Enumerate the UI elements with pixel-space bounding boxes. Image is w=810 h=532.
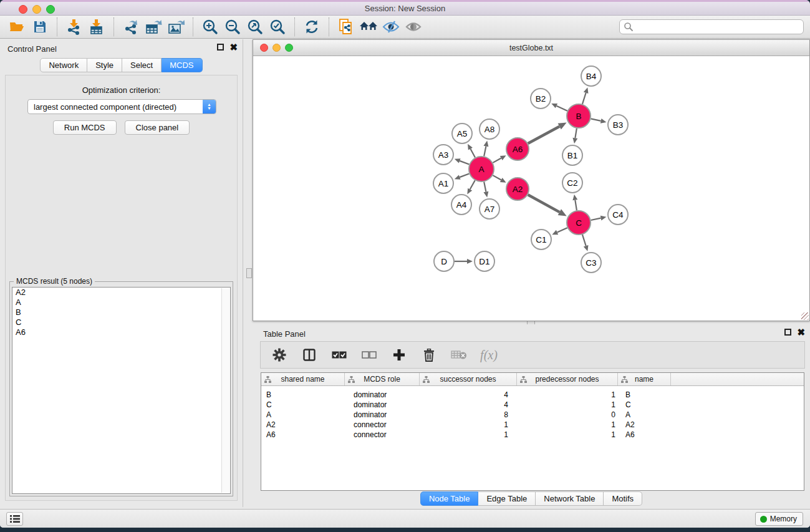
column-header-shared-name[interactable]: shared name bbox=[261, 373, 345, 385]
tab-edge-table[interactable]: Edge Table bbox=[478, 491, 536, 506]
graph-edge-B-B4[interactable] bbox=[582, 93, 586, 104]
graph-node-A1[interactable]: A1 bbox=[433, 173, 453, 193]
graph-node-A[interactable]: A bbox=[469, 157, 494, 181]
float-table-panel-icon[interactable] bbox=[784, 329, 791, 336]
mcds-result-item[interactable]: A2 bbox=[12, 288, 230, 297]
graph-node-A5[interactable]: A5 bbox=[452, 123, 472, 143]
optimization-select[interactable]: largest connected component (directed) ▲… bbox=[27, 99, 216, 114]
table-cell[interactable]: dominator bbox=[345, 410, 420, 420]
column-header-predecessor-nodes[interactable]: predecessor nodes bbox=[517, 373, 618, 385]
split-pane-icon[interactable] bbox=[301, 345, 318, 365]
table-cell[interactable]: 8 bbox=[420, 410, 517, 420]
table-cell[interactable]: 0 bbox=[517, 410, 618, 420]
save-icon[interactable] bbox=[29, 17, 51, 37]
table-cell[interactable]: 1 bbox=[517, 400, 618, 410]
graph-edge-A-A8[interactable] bbox=[484, 146, 486, 156]
frame-zoom-button[interactable] bbox=[285, 44, 293, 52]
task-history-button[interactable] bbox=[6, 512, 23, 526]
tab-mcds[interactable]: MCDS bbox=[162, 58, 202, 72]
mcds-result-item[interactable]: B bbox=[12, 307, 230, 317]
graph-node-A4[interactable]: A4 bbox=[451, 195, 471, 215]
table-cell[interactable]: 1 bbox=[420, 420, 517, 430]
table-row[interactable]: Bdominator41B bbox=[261, 390, 804, 400]
graph-node-A8[interactable]: A8 bbox=[480, 119, 499, 139]
graph-node-B[interactable]: B bbox=[567, 104, 591, 128]
table-row[interactable]: A2connector11A2 bbox=[261, 420, 804, 430]
add-column-icon[interactable] bbox=[390, 345, 408, 365]
column-header-successor-nodes[interactable]: successor nodes bbox=[420, 373, 517, 385]
memory-button[interactable]: Memory bbox=[755, 512, 803, 526]
graph-edge-B-B1[interactable] bbox=[575, 128, 576, 138]
duplicate-network-icon[interactable] bbox=[335, 17, 357, 37]
graph-node-B4[interactable]: B4 bbox=[581, 66, 601, 86]
table-cell[interactable]: A2 bbox=[261, 420, 345, 430]
function-icon[interactable]: f(x) bbox=[480, 345, 498, 365]
table-cell[interactable]: C bbox=[618, 400, 671, 410]
network-canvas[interactable]: AA1A2A3A4A5A6A7A8BB1B2B3B4CC1C2C3C4DD1 bbox=[253, 56, 809, 321]
table-cell[interactable]: 1 bbox=[517, 390, 618, 400]
graph-edge-B-B2[interactable] bbox=[556, 106, 567, 111]
select-all-icon[interactable] bbox=[330, 345, 348, 365]
graph-node-B3[interactable]: B3 bbox=[608, 115, 628, 135]
table-cell[interactable]: B bbox=[618, 390, 671, 400]
graph-node-A2[interactable]: A2 bbox=[506, 178, 529, 200]
graph-edge-A6-B[interactable] bbox=[528, 127, 560, 143]
search-field[interactable] bbox=[619, 19, 804, 34]
close-panel-button[interactable]: Close panel bbox=[125, 120, 190, 135]
column-header-MCDS-role[interactable]: MCDS role bbox=[345, 373, 420, 385]
graph-edge-C-C1[interactable] bbox=[557, 228, 567, 232]
table-row[interactable]: Cdominator41C bbox=[261, 400, 804, 410]
close-window-button[interactable] bbox=[19, 5, 27, 14]
graph-edge-C-C4[interactable] bbox=[591, 218, 601, 220]
graph-node-A3[interactable]: A3 bbox=[433, 145, 453, 165]
export-table-icon[interactable] bbox=[142, 17, 165, 37]
tab-motifs[interactable]: Motifs bbox=[604, 491, 642, 506]
resize-grip-icon[interactable] bbox=[801, 312, 809, 320]
table-cell[interactable]: A2 bbox=[618, 420, 671, 430]
minimize-window-button[interactable] bbox=[32, 5, 41, 14]
mcds-result-item[interactable]: A bbox=[12, 297, 230, 307]
hide-eye-icon[interactable] bbox=[380, 17, 402, 37]
tab-network[interactable]: Network bbox=[40, 58, 87, 72]
graph-edge-A-A1[interactable] bbox=[460, 173, 469, 177]
graph-edge-A-A7[interactable] bbox=[484, 182, 486, 192]
tab-network-table[interactable]: Network Table bbox=[536, 491, 604, 506]
zoom-out-icon[interactable] bbox=[221, 17, 244, 37]
tab-node-table[interactable]: Node Table bbox=[420, 491, 479, 506]
search-input[interactable] bbox=[634, 22, 799, 32]
export-network-icon[interactable] bbox=[120, 17, 142, 37]
table-cell[interactable]: 4 bbox=[420, 390, 517, 400]
graph-edge-C-C3[interactable] bbox=[582, 235, 586, 246]
column-header-name[interactable]: name bbox=[618, 373, 671, 385]
table-cell[interactable]: A bbox=[618, 410, 671, 420]
graph-node-B2[interactable]: B2 bbox=[531, 89, 551, 109]
graph-node-C4[interactable]: C4 bbox=[608, 205, 628, 225]
mcds-result-item[interactable]: C bbox=[12, 317, 230, 327]
table-cell[interactable]: B bbox=[261, 390, 345, 400]
graph-node-A7[interactable]: A7 bbox=[480, 199, 499, 219]
close-panel-icon[interactable]: ✖ bbox=[229, 44, 238, 51]
frame-close-button[interactable] bbox=[260, 44, 268, 52]
open-folder-icon[interactable] bbox=[6, 17, 29, 37]
vertical-splitter-handle[interactable] bbox=[246, 268, 252, 278]
graph-edge-C-C2[interactable] bbox=[575, 200, 577, 211]
zoom-window-button[interactable] bbox=[46, 5, 55, 14]
graph-edge-A2-C[interactable] bbox=[528, 195, 560, 212]
home-networks-icon[interactable] bbox=[357, 17, 380, 37]
graph-edge-B-B3[interactable] bbox=[591, 118, 601, 121]
table-cell[interactable]: connector bbox=[345, 430, 420, 440]
graph-edge-A-A5[interactable] bbox=[470, 149, 475, 158]
graph-node-C[interactable]: C bbox=[567, 211, 591, 235]
delete-table-icon[interactable] bbox=[450, 345, 468, 365]
run-mcds-button[interactable]: Run MCDS bbox=[53, 120, 117, 135]
table-cell[interactable]: A6 bbox=[261, 430, 345, 440]
table-row[interactable]: A6connector11A6 bbox=[261, 430, 804, 440]
table-cell[interactable]: A bbox=[261, 410, 345, 420]
graph-node-D1[interactable]: D1 bbox=[475, 251, 494, 271]
import-table-icon[interactable] bbox=[85, 17, 108, 37]
table-cell[interactable]: 4 bbox=[420, 400, 517, 410]
gear-icon[interactable] bbox=[271, 345, 288, 365]
graph-edge-A-A4[interactable] bbox=[470, 180, 475, 189]
deselect-all-icon[interactable] bbox=[360, 345, 378, 365]
frame-minimize-button[interactable] bbox=[272, 44, 281, 52]
